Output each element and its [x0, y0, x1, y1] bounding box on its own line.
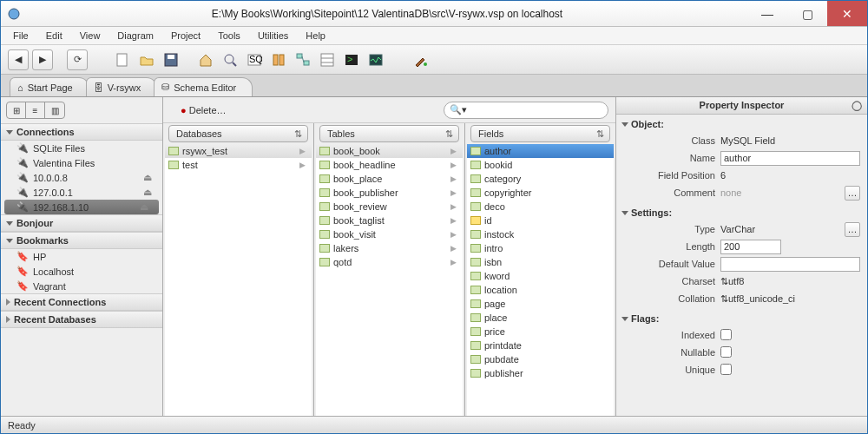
bookmarks-header[interactable]: Bookmarks — [1, 232, 162, 249]
connection-item[interactable]: 🔌127.0.0.1⏏ — [1, 185, 162, 200]
list-item[interactable]: id — [467, 214, 614, 227]
connection-item[interactable]: 🔌Valentina Files — [1, 155, 162, 170]
default-input[interactable] — [720, 257, 860, 272]
tab-vrsywx[interactable]: 🗄V-rsywx — [86, 77, 158, 96]
maximize-button[interactable]: ▢ — [787, 1, 827, 26]
field-icon — [470, 369, 481, 378]
bonjour-header[interactable]: Bonjour — [1, 214, 162, 232]
schema-icon[interactable] — [268, 49, 289, 70]
gear-icon[interactable]: ◯ — [852, 100, 862, 111]
list-item[interactable]: test▶ — [165, 158, 312, 172]
minimize-button[interactable]: — — [747, 1, 787, 26]
tab-start-page[interactable]: ⌂Start Page — [10, 77, 89, 96]
open-icon[interactable] — [136, 49, 157, 70]
tab-schema-editor[interactable]: ⛁Schema Editor — [154, 77, 253, 96]
list-item[interactable]: category — [467, 172, 614, 186]
list-item[interactable]: book_review▶ — [316, 200, 463, 214]
list-item[interactable]: book_taglist▶ — [316, 214, 463, 227]
list-item[interactable]: isbn — [467, 255, 614, 269]
name-input[interactable] — [720, 151, 860, 166]
length-input[interactable] — [720, 240, 781, 254]
eject-icon[interactable]: ⏏ — [143, 187, 159, 198]
list-item[interactable]: author — [467, 144, 614, 158]
new-icon[interactable] — [112, 49, 133, 70]
eject-icon[interactable]: ⏏ — [143, 172, 159, 183]
brush-icon[interactable] — [411, 49, 431, 70]
tables-header[interactable]: Tables⇅ — [319, 125, 459, 142]
connection-item[interactable]: 🔌SQLite Files — [1, 141, 162, 155]
object-group-header[interactable]: Object: — [616, 116, 867, 132]
list-item[interactable]: publisher — [467, 366, 614, 380]
nav-back-button[interactable]: ◀ — [8, 49, 29, 70]
delete-button[interactable]: ● Delete… — [181, 105, 227, 115]
menu-project[interactable]: Project — [164, 29, 207, 43]
view-mode-segment[interactable]: ⊞≡▥ — [6, 102, 65, 119]
list-item[interactable]: price — [467, 325, 614, 339]
settings-group-header[interactable]: Settings: — [616, 205, 867, 220]
menu-help[interactable]: Help — [299, 29, 332, 43]
svg-text:SQL: SQL — [249, 54, 262, 64]
fields-header[interactable]: Fields⇅ — [470, 125, 610, 142]
list-item[interactable]: place — [467, 311, 614, 325]
list-item[interactable]: pubdate — [467, 352, 614, 366]
list-item[interactable]: page — [467, 297, 614, 311]
home-icon[interactable] — [195, 49, 216, 70]
menu-file[interactable]: File — [6, 29, 36, 43]
list-item[interactable]: location — [467, 283, 614, 297]
recent-db-header[interactable]: Recent Databases — [1, 311, 162, 328]
terminal-icon[interactable]: > — [341, 49, 362, 70]
connection-item[interactable]: 🔌10.0.0.8⏏ — [1, 170, 162, 185]
diagram-icon[interactable] — [293, 49, 313, 70]
search-input[interactable] — [470, 105, 602, 115]
list-item[interactable]: qotd▶ — [316, 255, 463, 269]
list-item[interactable]: rsywx_test▶ — [165, 144, 312, 158]
list-item[interactable]: instock — [467, 227, 614, 241]
unique-checkbox[interactable] — [720, 364, 732, 375]
bookmark-item[interactable]: 🔖Vagrant — [1, 279, 162, 293]
chevron-right-icon: ▶ — [450, 161, 459, 169]
menu-tools[interactable]: Tools — [211, 29, 247, 43]
refresh-button[interactable]: ⟳ — [67, 49, 88, 70]
menu-utilities[interactable]: Utilities — [251, 29, 295, 43]
list-item[interactable]: bookid — [467, 158, 614, 172]
list-item[interactable]: deco — [467, 200, 614, 214]
list-item[interactable]: kword — [467, 269, 614, 283]
search-box[interactable]: 🔍▾ — [444, 102, 608, 119]
type-ellipsis-button[interactable]: … — [845, 222, 860, 237]
menu-view[interactable]: View — [73, 29, 108, 43]
eject-icon[interactable]: ⏏ — [140, 201, 155, 213]
list-item[interactable]: book_place▶ — [316, 172, 463, 186]
collation-value[interactable]: ⇅utf8_unicode_ci — [720, 293, 860, 305]
databases-header[interactable]: Databases⇅ — [168, 125, 308, 142]
list-item[interactable]: book_headline▶ — [316, 158, 463, 172]
list-item[interactable]: lakers▶ — [316, 241, 463, 255]
bookmark-item[interactable]: 🔖Localhost — [1, 264, 162, 279]
list-item[interactable]: book_visit▶ — [316, 227, 463, 241]
search-globe-icon[interactable] — [220, 49, 240, 70]
list-item[interactable]: intro — [467, 241, 614, 255]
close-button[interactable]: ✕ — [827, 1, 867, 26]
menu-edit[interactable]: Edit — [39, 29, 69, 43]
list-item[interactable]: printdate — [467, 339, 614, 352]
connections-header[interactable]: Connections — [1, 123, 162, 141]
save-icon[interactable] — [161, 49, 181, 70]
chevron-right-icon: ▶ — [450, 258, 459, 266]
indexed-checkbox[interactable] — [720, 329, 732, 340]
nullable-checkbox[interactable] — [720, 346, 732, 358]
charset-value[interactable]: ⇅utf8 — [720, 276, 860, 287]
list-item[interactable]: copyrighter — [467, 186, 614, 200]
flags-group-header[interactable]: Flags: — [616, 311, 867, 326]
app-logo — [1, 1, 27, 27]
comment-ellipsis-button[interactable]: … — [845, 186, 860, 201]
plug-icon: 🔌 — [16, 157, 29, 168]
menu-diagram[interactable]: Diagram — [110, 29, 161, 43]
list-item[interactable]: book_book▶ — [316, 144, 463, 158]
grid-icon[interactable] — [317, 49, 338, 70]
connection-item[interactable]: 🔌192.168.1.10⏏ — [4, 200, 159, 214]
bookmark-item[interactable]: 🔖HP — [1, 249, 162, 264]
recent-conn-header[interactable]: Recent Connections — [1, 293, 162, 311]
monitor-icon[interactable] — [365, 49, 386, 70]
list-item[interactable]: book_publisher▶ — [316, 186, 463, 200]
sql-icon[interactable]: SQL — [244, 49, 265, 70]
nav-fwd-button[interactable]: ▶ — [32, 49, 53, 70]
